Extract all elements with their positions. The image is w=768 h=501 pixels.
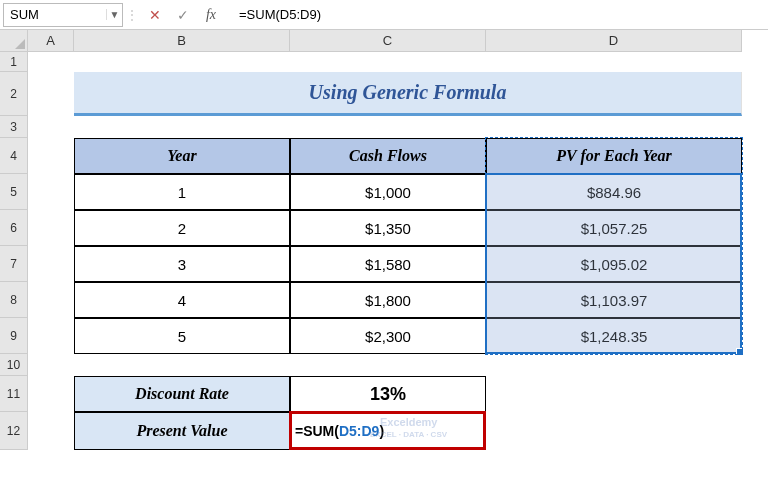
row-header-11[interactable]: 11 bbox=[0, 376, 28, 412]
column-header-C[interactable]: C bbox=[290, 30, 486, 52]
row-headers: 123456789101112 bbox=[0, 52, 28, 450]
divider: ⋮ bbox=[123, 7, 141, 23]
cell-pv-1[interactable]: $884.96 bbox=[486, 174, 742, 210]
confirm-button[interactable]: ✓ bbox=[169, 3, 197, 27]
present-value-editing[interactable]: =SUM(D5:D9) bbox=[290, 412, 486, 450]
row-header-4[interactable]: 4 bbox=[0, 138, 28, 174]
cell-cash-5[interactable]: $2,300 bbox=[290, 318, 486, 354]
present-value-label[interactable]: Present Value bbox=[74, 412, 290, 450]
title-banner[interactable]: Using Generic Formula bbox=[74, 72, 742, 116]
cell-year-4[interactable]: 4 bbox=[74, 282, 290, 318]
formula-close: ) bbox=[379, 423, 384, 439]
formula-bar: SUM ▼ ⋮ ✕ ✓ fx =SUM(D5:D9) bbox=[0, 0, 768, 30]
formula-text: =SUM( bbox=[295, 423, 339, 439]
discount-rate-label[interactable]: Discount Rate bbox=[74, 376, 290, 412]
cell-year-2[interactable]: 2 bbox=[74, 210, 290, 246]
header-cash[interactable]: Cash Flows bbox=[290, 138, 486, 174]
header-pv[interactable]: PV for Each Year bbox=[486, 138, 742, 174]
row-header-12[interactable]: 12 bbox=[0, 412, 28, 450]
column-header-D[interactable]: D bbox=[486, 30, 742, 52]
fx-button[interactable]: fx bbox=[197, 3, 225, 27]
column-headers: ABCD bbox=[28, 30, 742, 52]
row-header-1[interactable]: 1 bbox=[0, 52, 28, 72]
name-box-dropdown-icon[interactable]: ▼ bbox=[106, 9, 122, 20]
cell-cash-2[interactable]: $1,350 bbox=[290, 210, 486, 246]
row-header-9[interactable]: 9 bbox=[0, 318, 28, 354]
row-header-2[interactable]: 2 bbox=[0, 72, 28, 116]
cell-pv-5[interactable]: $1,248.35 bbox=[486, 318, 742, 354]
cancel-button[interactable]: ✕ bbox=[141, 3, 169, 27]
header-year[interactable]: Year bbox=[74, 138, 290, 174]
cell-cash-1[interactable]: $1,000 bbox=[290, 174, 486, 210]
formula-ref: D5:D9 bbox=[339, 423, 379, 439]
cell-year-3[interactable]: 3 bbox=[74, 246, 290, 282]
cell-pv-4[interactable]: $1,103.97 bbox=[486, 282, 742, 318]
column-header-B[interactable]: B bbox=[74, 30, 290, 52]
cell-pv-3[interactable]: $1,095.02 bbox=[486, 246, 742, 282]
cell-cash-4[interactable]: $1,800 bbox=[290, 282, 486, 318]
row-header-10[interactable]: 10 bbox=[0, 354, 28, 376]
name-box-text: SUM bbox=[4, 7, 106, 22]
discount-rate-value[interactable]: 13% bbox=[290, 376, 486, 412]
column-header-A[interactable]: A bbox=[28, 30, 74, 52]
cell-pv-2[interactable]: $1,057.25 bbox=[486, 210, 742, 246]
formula-input[interactable]: =SUM(D5:D9) bbox=[231, 3, 768, 27]
cell-year-5[interactable]: 5 bbox=[74, 318, 290, 354]
cell-cash-3[interactable]: $1,580 bbox=[290, 246, 486, 282]
row-header-8[interactable]: 8 bbox=[0, 282, 28, 318]
name-box[interactable]: SUM ▼ bbox=[3, 3, 123, 27]
row-header-7[interactable]: 7 bbox=[0, 246, 28, 282]
row-header-3[interactable]: 3 bbox=[0, 116, 28, 138]
select-all-corner[interactable] bbox=[0, 30, 28, 52]
row-header-5[interactable]: 5 bbox=[0, 174, 28, 210]
row-header-6[interactable]: 6 bbox=[0, 210, 28, 246]
cell-year-1[interactable]: 1 bbox=[74, 174, 290, 210]
